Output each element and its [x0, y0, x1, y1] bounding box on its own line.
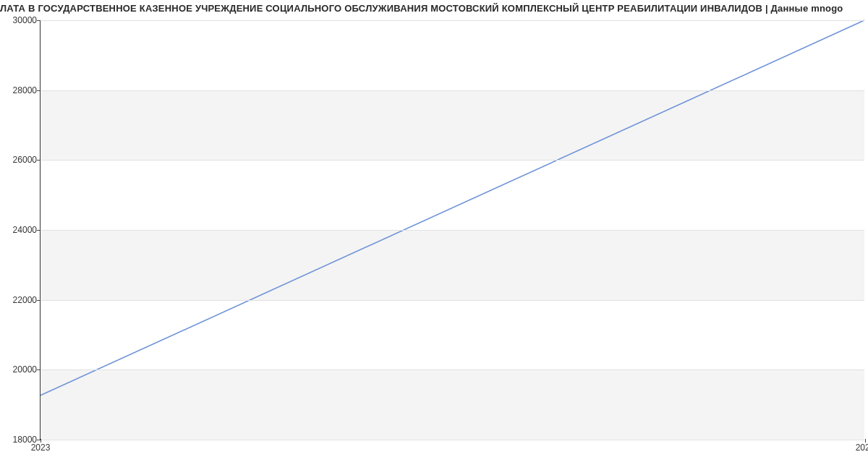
y-gridline	[41, 300, 864, 301]
y-gridline	[41, 440, 864, 440]
y-tick-mark	[37, 230, 41, 231]
y-tick-mark	[37, 369, 41, 370]
x-tick-label: 2024	[856, 443, 868, 453]
y-gridline	[41, 230, 864, 231]
y-tick-label: 20000	[13, 364, 37, 375]
y-tick-mark	[37, 90, 41, 91]
data-line	[41, 20, 864, 396]
y-tick-mark	[37, 300, 41, 301]
y-tick-mark	[37, 160, 41, 161]
chart-container: ЛАТА В ГОСУДАРСТВЕННОЕ КАЗЕННОЕ УЧРЕЖДЕН…	[0, 0, 868, 470]
plot-area: 1800020000220002400026000280003000020232…	[40, 20, 864, 440]
y-tick-label: 24000	[13, 225, 37, 235]
x-tick-label: 2023	[31, 443, 51, 453]
chart-title: ЛАТА В ГОСУДАРСТВЕННОЕ КАЗЕННОЕ УЧРЕЖДЕН…	[0, 3, 868, 14]
y-tick-label: 28000	[13, 85, 37, 95]
y-gridline	[41, 160, 864, 161]
y-gridline	[41, 20, 864, 21]
y-tick-label: 22000	[13, 295, 37, 305]
y-tick-label: 26000	[13, 155, 37, 165]
y-gridline	[41, 369, 864, 370]
y-tick-mark	[37, 20, 41, 21]
y-tick-label: 30000	[13, 15, 37, 25]
y-gridline	[41, 90, 864, 91]
